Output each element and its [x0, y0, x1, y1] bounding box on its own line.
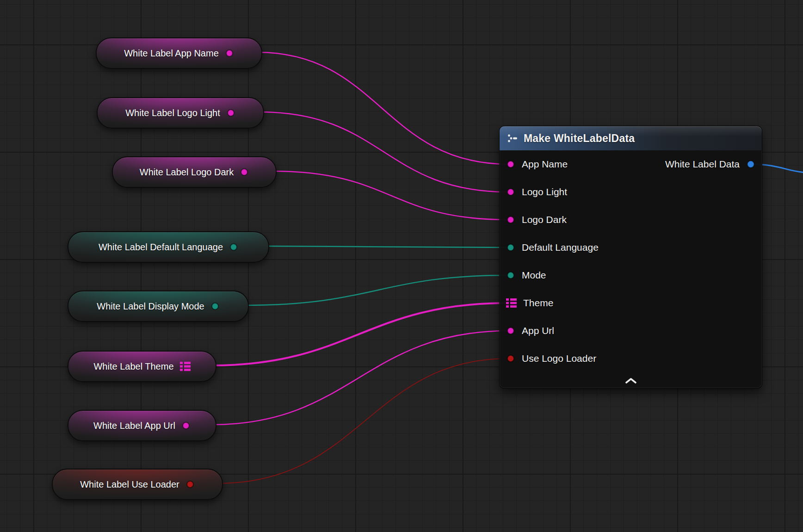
input-pin-app-url[interactable]: [506, 326, 515, 335]
wire-app-url: [212, 331, 509, 425]
node-title: White Label App Url: [93, 421, 175, 431]
node-header[interactable]: Make WhiteLabelData: [500, 126, 762, 150]
input-pin-default-language[interactable]: [506, 243, 515, 252]
node-title: White Label Logo Dark: [140, 167, 234, 178]
input-pin-app-name[interactable]: [506, 160, 515, 169]
enum-output-pin[interactable]: [229, 242, 238, 252]
node-title: White Label App Name: [124, 48, 219, 59]
pin-row-use-logo-loader: Use Logo Loader: [500, 345, 762, 372]
pin-row-logo-dark: Logo Dark: [500, 206, 762, 234]
variable-node-white-label-logo-light[interactable]: White Label Logo Light: [97, 97, 264, 129]
variable-node-white-label-app-url[interactable]: White Label App Url: [68, 410, 216, 441]
pin-label: Theme: [523, 297, 553, 309]
pin-row-logo-light: Logo Light: [500, 178, 762, 206]
string-output-pin[interactable]: [225, 49, 234, 58]
variable-node-white-label-use-loader[interactable]: White Label Use Loader: [52, 469, 223, 500]
enum-output-pin[interactable]: [210, 302, 220, 311]
node-title: White Label Default Language: [99, 242, 223, 253]
input-pin-logo-light[interactable]: [506, 187, 515, 197]
make-struct-icon: [507, 133, 518, 143]
node-body: App Name White Label Data Logo Light Log…: [500, 150, 762, 388]
variable-node-white-label-theme[interactable]: White Label Theme: [68, 351, 216, 382]
variable-node-white-label-app-name[interactable]: White Label App Name: [96, 37, 262, 69]
variable-node-white-label-default-language[interactable]: White Label Default Language: [68, 231, 269, 263]
node-title: White Label Theme: [93, 361, 173, 372]
pin-row-default-language: Default Language: [500, 234, 762, 261]
input-pin-use-logo-loader[interactable]: [506, 354, 515, 363]
output-pin-white-label-data[interactable]: [746, 160, 755, 169]
node-title: White Label Display Mode: [97, 301, 204, 312]
wire-use-loader: [217, 359, 509, 483]
pin-row-theme: Theme: [500, 289, 762, 317]
input-pin-logo-dark[interactable]: [506, 215, 515, 224]
pin-row-mode: Mode: [500, 261, 762, 289]
pin-label: App Name: [522, 159, 568, 170]
wire-logo-dark: [272, 171, 509, 220]
variable-node-white-label-logo-dark[interactable]: White Label Logo Dark: [112, 156, 277, 188]
pin-label: Logo Light: [522, 186, 567, 198]
input-pin-mode[interactable]: [506, 271, 515, 280]
input-pin-theme[interactable]: [506, 298, 517, 308]
pin-label: Mode: [522, 270, 546, 281]
wire-display-mode: [244, 275, 509, 305]
bool-output-pin[interactable]: [185, 480, 195, 489]
pin-label: Use Logo Loader: [522, 353, 596, 364]
wire-logo-light: [259, 112, 509, 192]
string-output-pin[interactable]: [181, 421, 191, 430]
pin-row-app-url: App Url: [500, 317, 762, 345]
node-title: White Label Use Loader: [80, 479, 179, 490]
graph-canvas[interactable]: White Label App Name White Label Logo Li…: [0, 0, 803, 532]
variable-node-white-label-display-mode[interactable]: White Label Display Mode: [68, 291, 249, 322]
struct-grid-output-pin[interactable]: [180, 362, 191, 371]
pin-row-app-name: App Name White Label Data: [500, 150, 762, 178]
wire-app-name: [257, 52, 509, 164]
pin-label: App Url: [522, 325, 554, 336]
collapse-arrow-icon[interactable]: [624, 377, 637, 384]
collapse-row: [500, 372, 762, 388]
node-title: Make WhiteLabelData: [524, 132, 635, 145]
node-title: White Label Logo Light: [125, 108, 220, 118]
string-output-pin[interactable]: [226, 108, 235, 118]
wire-theme: [210, 303, 509, 365]
pin-label: Default Language: [522, 242, 599, 253]
pin-label: Logo Dark: [522, 214, 567, 225]
wire-default-language: [264, 246, 509, 247]
string-output-pin[interactable]: [240, 167, 249, 177]
output-pin-label: White Label Data: [665, 159, 740, 170]
make-whitelabeldata-node[interactable]: Make WhiteLabelData App Name White Label…: [500, 126, 762, 388]
